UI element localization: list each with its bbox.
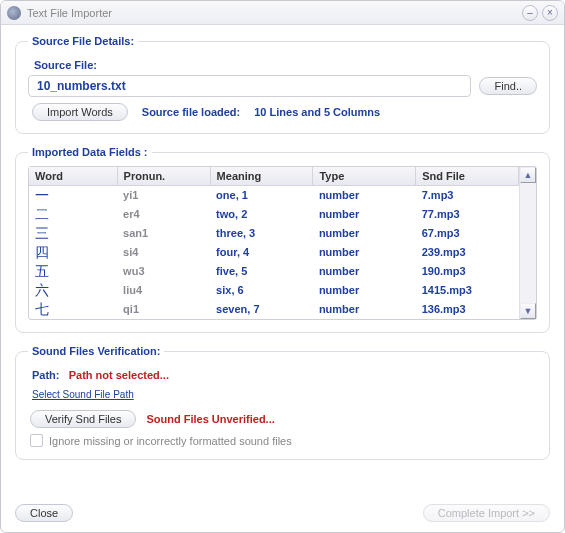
- cell-type: number: [313, 300, 416, 319]
- table-row[interactable]: 六liu4six, 6number1415.mp3: [29, 281, 519, 300]
- imported-data-legend: Imported Data Fields :: [28, 146, 152, 158]
- complete-import-button[interactable]: Complete Import >>: [423, 504, 550, 522]
- select-sound-path-link[interactable]: Select Sound File Path: [32, 389, 134, 400]
- path-value: Path not selected...: [69, 369, 169, 381]
- cell-pronun: qi1: [117, 300, 210, 319]
- sound-verification-legend: Sound Files Verification:: [28, 345, 164, 357]
- ignore-missing-label: Ignore missing or incorrectly formatted …: [49, 435, 292, 447]
- cell-meaning: five, 5: [210, 262, 313, 281]
- find-button[interactable]: Find..: [479, 77, 537, 95]
- cell-word: 五: [29, 262, 117, 281]
- cell-snd: 136.mp3: [416, 300, 519, 319]
- cell-type: number: [313, 243, 416, 262]
- cell-meaning: three, 3: [210, 224, 313, 243]
- cell-word: 六: [29, 281, 117, 300]
- source-file-input[interactable]: [28, 75, 471, 97]
- col-header-type[interactable]: Type: [313, 167, 416, 186]
- vertical-scrollbar[interactable]: ▲ ▼: [519, 167, 536, 319]
- cell-meaning: seven, 7: [210, 300, 313, 319]
- source-status-prefix: Source file loaded:: [142, 106, 240, 118]
- imported-data-group: Imported Data Fields : Word Pronun. Mean…: [15, 146, 550, 333]
- table-row[interactable]: 二er4two, 2number77.mp3: [29, 205, 519, 224]
- titlebar: Text File Importer – ×: [1, 1, 564, 25]
- cell-pronun: er4: [117, 205, 210, 224]
- source-status-detail: 10 Lines and 5 Columns: [254, 106, 380, 118]
- cell-snd: 239.mp3: [416, 243, 519, 262]
- cell-type: number: [313, 186, 416, 206]
- window-title: Text File Importer: [27, 7, 518, 19]
- sound-verification-group: Sound Files Verification: Path: Path not…: [15, 345, 550, 460]
- table-header-row: Word Pronun. Meaning Type Snd File: [29, 167, 519, 186]
- dialog-footer: Close Complete Import >>: [15, 504, 550, 522]
- cell-pronun: wu3: [117, 262, 210, 281]
- table-row[interactable]: 四si4four, 4number239.mp3: [29, 243, 519, 262]
- cell-type: number: [313, 224, 416, 243]
- data-table: Word Pronun. Meaning Type Snd File 一yi1o…: [28, 166, 537, 320]
- cell-type: number: [313, 205, 416, 224]
- cell-word: 七: [29, 300, 117, 319]
- source-file-group: Source File Details: Source File: Find..…: [15, 35, 550, 134]
- verify-snd-files-button[interactable]: Verify Snd Files: [30, 410, 136, 428]
- scroll-down-icon[interactable]: ▼: [520, 303, 536, 319]
- table-row[interactable]: 七qi1seven, 7number136.mp3: [29, 300, 519, 319]
- cell-word: 四: [29, 243, 117, 262]
- cell-snd: 7.mp3: [416, 186, 519, 206]
- cell-word: 一: [29, 186, 117, 206]
- cell-snd: 1415.mp3: [416, 281, 519, 300]
- cell-word: 二: [29, 205, 117, 224]
- cell-snd: 67.mp3: [416, 224, 519, 243]
- source-file-legend: Source File Details:: [28, 35, 138, 47]
- ignore-missing-checkbox[interactable]: [30, 434, 43, 447]
- cell-meaning: four, 4: [210, 243, 313, 262]
- col-header-meaning[interactable]: Meaning: [210, 167, 313, 186]
- table-row[interactable]: 五wu3five, 5number190.mp3: [29, 262, 519, 281]
- cell-type: number: [313, 281, 416, 300]
- import-words-button[interactable]: Import Words: [32, 103, 128, 121]
- cell-snd: 190.mp3: [416, 262, 519, 281]
- cell-snd: 77.mp3: [416, 205, 519, 224]
- scroll-up-icon[interactable]: ▲: [520, 167, 536, 183]
- cell-pronun: si4: [117, 243, 210, 262]
- cell-meaning: six, 6: [210, 281, 313, 300]
- close-button[interactable]: Close: [15, 504, 73, 522]
- minimize-button[interactable]: –: [522, 5, 538, 21]
- cell-pronun: liu4: [117, 281, 210, 300]
- source-file-label: Source File:: [34, 59, 537, 71]
- col-header-pronun[interactable]: Pronun.: [117, 167, 210, 186]
- cell-pronun: yi1: [117, 186, 210, 206]
- cell-type: number: [313, 262, 416, 281]
- table-row[interactable]: 一yi1one, 1number7.mp3: [29, 186, 519, 206]
- col-header-word[interactable]: Word: [29, 167, 117, 186]
- cell-meaning: one, 1: [210, 186, 313, 206]
- path-label: Path:: [32, 369, 60, 381]
- table-row[interactable]: 三san1three, 3number67.mp3: [29, 224, 519, 243]
- col-header-snd[interactable]: Snd File: [416, 167, 519, 186]
- app-icon: [7, 6, 21, 20]
- verify-status: Sound Files Unverified...: [146, 413, 274, 425]
- cell-meaning: two, 2: [210, 205, 313, 224]
- cell-pronun: san1: [117, 224, 210, 243]
- cell-word: 三: [29, 224, 117, 243]
- close-window-button[interactable]: ×: [542, 5, 558, 21]
